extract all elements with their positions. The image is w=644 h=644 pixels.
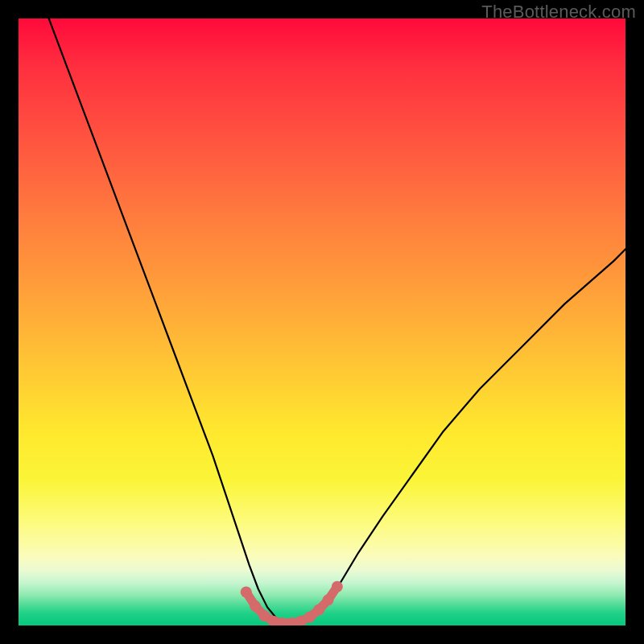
bottleneck-curve: [49, 19, 625, 623]
trough-marker: [313, 604, 324, 615]
trough-markers: [241, 581, 343, 625]
watermark-text: TheBottleneck.com: [481, 2, 636, 23]
chart-frame: TheBottleneck.com: [0, 0, 644, 644]
trough-marker: [241, 587, 252, 598]
curve-layer: [19, 19, 625, 625]
trough-marker: [250, 601, 261, 612]
trough-marker: [332, 581, 343, 592]
trough-marker: [304, 611, 316, 622]
plot-area: [19, 19, 625, 625]
trough-marker: [323, 594, 334, 605]
